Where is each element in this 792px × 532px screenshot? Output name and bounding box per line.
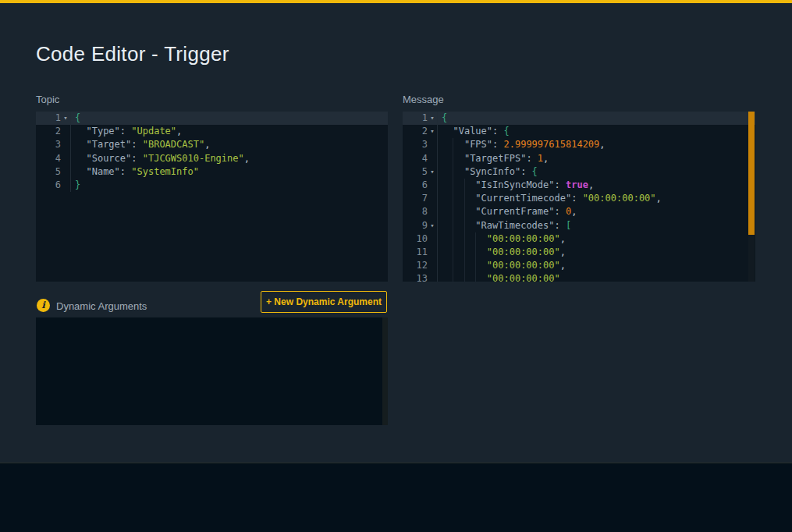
fold-spacer [428,246,437,259]
fold-spacer [428,232,437,246]
fold-spacer [61,125,70,138]
code-content[interactable]: { [438,112,755,125]
gutter[interactable]: 5 [36,165,71,179]
code-line-8[interactable]: 8 "CurrentFrame": 0, [403,205,755,218]
gutter[interactable]: 2▾ [403,125,438,138]
code-content[interactable]: "SyncInfo": { [438,165,755,179]
token-pun: : [571,193,582,204]
code-content[interactable]: "Name": "SystemInfo" [71,165,388,179]
line-number: 6 [36,179,61,192]
code-content[interactable]: "RawTimecodes": [ [438,219,755,232]
code-content[interactable]: "CurrentFrame": 0, [438,205,755,218]
gutter[interactable]: 2 [36,125,71,138]
gutter[interactable]: 5▾ [403,165,438,179]
code-line-6[interactable]: 6 "IsInSyncMode": true, [403,179,755,192]
fold-arrow-icon[interactable]: ▾ [428,125,437,138]
code-line-4[interactable]: 4 "TargetFPS": 1, [403,152,755,165]
code-line-12[interactable]: 12 "00:00:00:00", [403,259,755,272]
code-content[interactable]: "Source": "TJCGWS010-Engine", [71,152,388,165]
line-number: 3 [403,138,428,151]
indent-guide [464,246,465,259]
token-str: "Update" [131,126,176,137]
token-ws [75,166,86,177]
gutter[interactable]: 4 [403,152,438,165]
code-line-6[interactable]: 6} [36,179,388,192]
code-line-5[interactable]: 5 "Name": "SystemInfo" [36,165,388,179]
line-number: 3 [36,138,61,151]
line-number: 4 [36,152,61,165]
code-line-1[interactable]: 1▾{ [36,112,388,125]
gutter[interactable]: 11 [403,246,438,259]
new-dynamic-argument-button[interactable]: + New Dynamic Argument [261,291,387,313]
gutter[interactable]: 10 [403,232,438,246]
fold-spacer [428,179,437,192]
gutter[interactable]: 1▾ [403,112,438,125]
gutter[interactable]: 4 [36,152,71,165]
code-line-2[interactable]: 2▾ "Value": { [403,125,755,138]
code-line-5[interactable]: 5▾ "SyncInfo": { [403,165,755,179]
code-content[interactable]: "CurrentTimecode": "00:00:00:00", [438,192,755,205]
code-content[interactable]: "FPS": 2.999997615814209, [438,138,755,151]
gutter[interactable]: 8 [403,205,438,218]
code-content[interactable]: { [71,112,388,125]
token-pun: : [131,139,142,150]
indent-guide [464,205,465,218]
code-content[interactable]: "IsInSyncMode": true, [438,179,755,192]
gutter[interactable]: 3 [403,138,438,151]
code-content[interactable]: "TargetFPS": 1, [438,152,755,165]
code-content[interactable]: "Target": "BROADCAST", [71,138,388,151]
code-line-9[interactable]: 9▾ "RawTimecodes": [ [403,219,755,232]
fold-spacer [61,179,70,192]
indent-guide [464,272,465,282]
code-line-11[interactable]: 11 "00:00:00:00", [403,246,755,259]
token-key: "FPS" [464,139,492,150]
code-content[interactable]: "00:00:00:00", [438,246,755,259]
dynamic-arguments-scrollbar[interactable] [382,317,388,425]
code-line-2[interactable]: 2 "Type": "Update", [36,125,388,138]
code-content[interactable]: "00:00:00:00" [438,272,755,282]
info-icon: i [37,299,50,312]
gutter[interactable]: 3 [36,138,71,151]
code-content[interactable]: "Type": "Update", [71,125,388,138]
message-scrollbar-thumb[interactable] [748,112,755,235]
token-br: { [503,126,509,137]
indent-guide [453,192,453,205]
message-scrollbar-track[interactable] [748,235,755,282]
gutter[interactable]: 1▾ [36,112,71,125]
fold-arrow-icon[interactable]: ▾ [428,112,437,125]
code-content[interactable]: } [71,179,388,192]
code-line-10[interactable]: 10 "00:00:00:00", [403,232,755,246]
fold-spacer [428,192,437,205]
token-ws [442,220,475,231]
fold-spacer [61,165,70,179]
indent-guide [464,179,465,192]
token-pun: : [526,153,537,164]
code-line-3[interactable]: 3 "FPS": 2.999997615814209, [403,138,755,151]
token-pun: : [555,179,566,190]
code-line-4[interactable]: 4 "Source": "TJCGWS010-Engine", [36,152,388,165]
message-code-editor[interactable]: 1▾{2▾ "Value": {3 "FPS": 2.9999976158142… [403,112,755,282]
token-br: { [532,166,538,177]
fold-spacer [61,138,70,151]
gutter[interactable]: 7 [403,192,438,205]
topic-code-editor[interactable]: 1▾{2 "Type": "Update",3 "Target": "BROAD… [36,112,388,282]
gutter[interactable]: 9▾ [403,219,438,232]
token-key: "Source" [86,153,131,164]
code-content[interactable]: "00:00:00:00", [438,232,755,246]
fold-arrow-icon[interactable]: ▾ [428,165,437,179]
code-content[interactable]: "00:00:00:00", [438,259,755,272]
gutter[interactable]: 12 [403,259,438,272]
token-ws [75,139,86,150]
token-pun: , [560,260,566,271]
code-line-7[interactable]: 7 "CurrentTimecode": "00:00:00:00", [403,192,755,205]
code-line-1[interactable]: 1▾{ [403,112,755,125]
gutter[interactable]: 6 [36,179,71,192]
fold-arrow-icon[interactable]: ▾ [428,219,437,232]
code-line-3[interactable]: 3 "Target": "BROADCAST", [36,138,388,151]
code-line-13[interactable]: 13 "00:00:00:00" [403,272,755,282]
gutter[interactable]: 13 [403,272,438,282]
gutter[interactable]: 6 [403,179,438,192]
line-number: 10 [403,232,428,246]
fold-arrow-icon[interactable]: ▾ [61,112,70,125]
code-content[interactable]: "Value": { [438,125,755,138]
